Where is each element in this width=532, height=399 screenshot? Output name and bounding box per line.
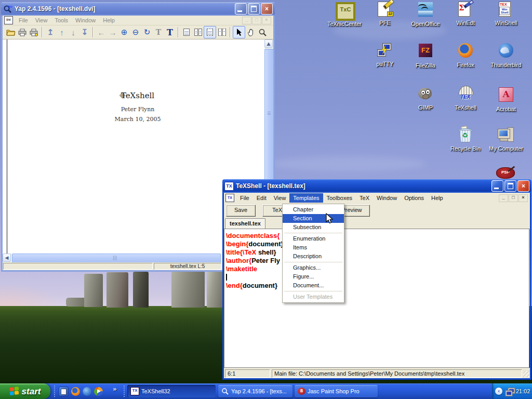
scroll-left-icon[interactable]: ◀ (3, 254, 11, 262)
menu-item-chapter[interactable]: Chapter (283, 205, 344, 214)
scroll-up-icon[interactable]: ▲ (264, 39, 273, 48)
vertical-scroll-thumb[interactable]: ☰ (264, 49, 274, 182)
desktop-icon-putty[interactable]: puTTY (365, 42, 405, 68)
menu-item-figure[interactable]: Figure... (283, 272, 344, 281)
dvi-document-icon[interactable]: DVI (4, 16, 13, 24)
menu-file[interactable]: File (236, 193, 253, 203)
mdi-restore-icon[interactable]: □ (509, 194, 518, 202)
resize-grip[interactable] (523, 371, 529, 377)
minimize-button[interactable] (235, 3, 247, 15)
text-ruler-icon[interactable]: T (153, 26, 164, 38)
desktop-icon-openoffice[interactable]: OpenOffice (406, 1, 445, 28)
thunderbird-quicklaunch-icon[interactable] (83, 387, 91, 396)
menu-help[interactable]: Help (99, 17, 118, 23)
recycle-bin-icon: ♻ (457, 127, 474, 143)
mdi-close-icon[interactable]: × (518, 194, 528, 202)
menu-item-user-templates[interactable]: User Templates (283, 292, 344, 301)
media-player-quicklaunch-icon[interactable] (94, 387, 103, 396)
close-button[interactable]: × (517, 180, 529, 192)
menu-edit[interactable]: Edit (253, 193, 270, 203)
desktop-icon-firefox[interactable]: Firefox (446, 42, 485, 69)
desktop-icon-winshell[interactable]: TEX WinShell WinShell (486, 1, 526, 27)
menu-window[interactable]: Window (373, 193, 401, 203)
print-icon[interactable] (17, 26, 28, 38)
desktop-icon-winedt[interactable]: Σ WinEdt (446, 1, 485, 27)
menu-templates[interactable]: Templates (289, 193, 323, 203)
forward-icon[interactable]: → (107, 26, 118, 38)
magnifier-tool-icon[interactable] (257, 26, 268, 38)
quick-launch-overflow-chevron[interactable]: » (113, 386, 117, 392)
menu-item-subsection[interactable]: Subsection (283, 223, 344, 232)
task-button-yap[interactable]: Yap 2.4.1596 - [texs... (218, 385, 292, 397)
menu-options[interactable]: Options (401, 193, 428, 203)
firefox-quicklaunch-icon[interactable] (71, 387, 80, 396)
menu-view[interactable]: View (32, 17, 51, 23)
menu-item-graphics[interactable]: Graphics... (283, 263, 344, 272)
desktop-icon-recycle-bin[interactable]: ♻ Recycle Bin (446, 127, 485, 153)
menu-help[interactable]: Help (428, 193, 447, 203)
desktop-icon-texshell[interactable]: TEX TeXshell (446, 86, 485, 112)
zoom-out-icon[interactable]: ⊖ (130, 26, 141, 38)
maximize-button[interactable] (504, 180, 516, 192)
desktop-icon-pfe[interactable]: 32 PFE (365, 1, 405, 27)
refresh-icon[interactable]: ↻ (141, 26, 153, 38)
desktop-icon-my-computer[interactable]: My Computer (486, 127, 526, 153)
facing-pages-view-icon[interactable] (192, 26, 204, 38)
tex-document-icon[interactable]: TX (225, 194, 234, 202)
text-mode-icon[interactable]: T (164, 26, 176, 38)
desktop-icon-acrobat[interactable]: A Acrobat (486, 86, 526, 113)
texshell-titlebar[interactable]: TX TeXShell - [texshell.tex] × (222, 179, 531, 193)
close-button[interactable]: × (261, 3, 273, 15)
select-tool-icon[interactable] (233, 26, 245, 38)
templates-dropdown-menu: Chapter Section Subsection Enumeration I… (282, 204, 344, 303)
menu-window[interactable]: Window (72, 17, 99, 23)
tex-editor[interactable]: \documentclass{ \begin{document} \title{… (224, 229, 529, 368)
maximize-button[interactable] (248, 3, 260, 15)
task-button-texshell32[interactable]: TX TeXShell32 (127, 385, 216, 397)
continuous-view-icon[interactable] (204, 26, 216, 38)
next-page-icon[interactable]: ↓ (68, 26, 79, 38)
desktop-icon-texniccenter[interactable]: TxC TeXnicCenter (325, 1, 364, 28)
desktop-icon-filezilla[interactable]: FZ FileZilla (406, 42, 445, 70)
pan-hand-icon[interactable] (245, 26, 257, 38)
horizontal-scroll-thumb[interactable]: ||| (12, 254, 221, 263)
previous-page-icon[interactable]: ↑ (56, 26, 68, 38)
icon-label: PFE (379, 20, 390, 26)
menu-tex[interactable]: TeX (356, 193, 373, 203)
menu-tools[interactable]: Tools (51, 17, 72, 23)
menu-item-document[interactable]: Document... (283, 281, 344, 290)
task-label: Jasc Paint Shop Pro (308, 388, 360, 394)
menu-item-enumeration[interactable]: Enumeration (283, 234, 344, 243)
editor-line: \author{Peter Fly (226, 257, 529, 265)
menu-file[interactable]: File (15, 17, 32, 23)
tab-texshell-tex[interactable]: texshell.tex (225, 218, 265, 229)
open-file-icon[interactable] (5, 26, 17, 38)
single-page-view-icon[interactable] (181, 26, 192, 38)
start-button[interactable]: start (0, 383, 50, 399)
mdi-minimize-icon[interactable]: _ (499, 194, 508, 202)
mouse-cursor-icon (326, 213, 334, 228)
show-desktop-icon[interactable] (59, 387, 69, 396)
desktop-icon-paintshoppro[interactable]: PSP (495, 167, 516, 180)
last-page-icon[interactable]: ↧ (79, 26, 90, 38)
back-icon[interactable]: ← (96, 26, 107, 38)
first-page-icon[interactable]: ↥ (45, 26, 56, 38)
minimize-button[interactable] (491, 180, 503, 192)
menu-item-description[interactable]: Description (283, 252, 344, 261)
tray-collapse-chevron[interactable]: ‹ (495, 388, 502, 395)
save-button[interactable]: Save (226, 205, 256, 217)
icon-label: My Computer (489, 145, 523, 152)
network-status-icon[interactable] (504, 387, 514, 395)
desktop-icon-gimp[interactable]: GIMP (406, 86, 445, 112)
print-range-icon[interactable] (28, 26, 39, 38)
yap-titlebar[interactable]: DVI Yap 2.4.1596 - [texshell.dvi] × (1, 2, 275, 16)
menu-item-section[interactable]: Section (283, 214, 344, 223)
pfe-icon: 32 (376, 1, 394, 18)
menu-view[interactable]: View (270, 193, 290, 203)
zoom-in-icon[interactable]: ⊕ (118, 26, 130, 38)
menu-item-items[interactable]: Items (283, 243, 344, 252)
menu-toolboxes[interactable]: Toolboxes (323, 193, 356, 203)
continuous-facing-view-icon[interactable] (216, 26, 228, 38)
desktop-icon-thunderbird[interactable]: Thunderbird (486, 42, 526, 69)
task-button-paintshoppro[interactable]: 8 Jasc Paint Shop Pro (295, 385, 378, 397)
